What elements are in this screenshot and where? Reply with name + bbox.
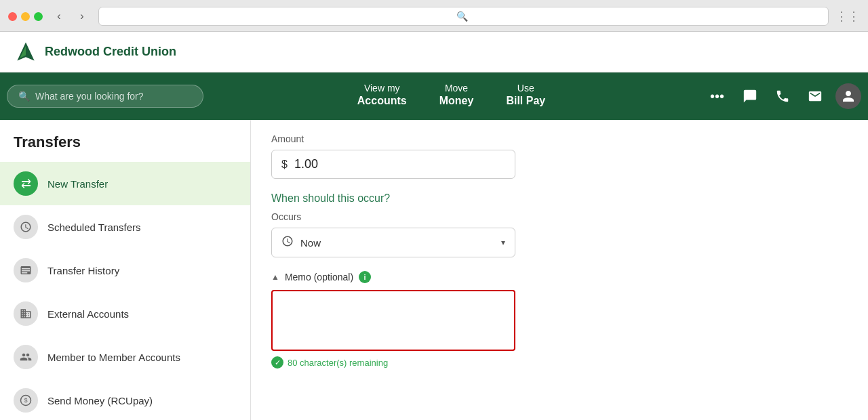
nav-item-move-money[interactable]: Move Money [423,74,490,119]
amount-input[interactable] [294,157,505,171]
sidebar-item-history-label: Transfer History [47,265,119,276]
phone-icon-button[interactable] [768,81,797,111]
logo-icon [14,40,38,64]
mail-icon-button[interactable] [800,81,830,111]
search-box[interactable]: 🔍 What are you looking for? [7,85,203,108]
browser-chrome: ‹ › 🔍 ⋮⋮ [0,0,868,32]
nav-items: View my Accounts Move Money Use Bill Pay [203,74,699,119]
traffic-lights [8,12,43,21]
memo-info-icon[interactable]: i [359,271,371,283]
user-avatar-button[interactable] [835,83,861,109]
close-button[interactable] [8,12,17,21]
check-circle-icon: ✓ [271,356,283,369]
user-icon [842,89,855,103]
new-transfer-icon: ⇄ [14,171,38,196]
search-icon: 🔍 [456,11,468,22]
browser-menu-icon[interactable]: ⋮⋮ [835,9,860,24]
mail-icon [808,89,823,104]
search-placeholder: What are you looking for? [35,91,144,102]
memo-header[interactable]: ▲ Memo (optional) i [271,271,848,283]
memo-collapse-icon: ▲ [271,272,279,282]
memo-textarea[interactable] [271,290,515,351]
chars-remaining-text: 80 character(s) remaining [288,358,388,368]
sidebar-title: Transfers [0,133,250,162]
amount-label: Amount [271,133,848,144]
memo-section: ▲ Memo (optional) i ✓ 80 character(s) re… [271,271,848,369]
chat-icon [743,89,757,104]
app-container: Redwood Credit Union 🔍 What are you look… [0,32,868,420]
nav-icons [735,81,861,111]
nav-item-use-bill-pay[interactable]: Use Bill Pay [490,74,561,119]
logo-text: Redwood Credit Union [45,45,176,59]
dollar-sign: $ [281,159,288,171]
svg-text:$: $ [24,397,27,404]
sidebar-item-new-transfer-label: New Transfer [47,178,108,190]
nav-item-view-accounts[interactable]: View my Accounts [341,74,423,119]
nav-item-main: Money [439,94,474,108]
sidebar-item-new-transfer[interactable]: ⇄ New Transfer [0,162,250,205]
chevron-down-icon: ▾ [501,238,505,247]
sidebar-item-scheduled-label: Scheduled Transfers [47,222,141,233]
sidebar-item-scheduled-transfers[interactable]: Scheduled Transfers [0,205,250,249]
sidebar: Transfers ⇄ New Transfer Scheduled Trans… [0,120,251,420]
occurs-select[interactable]: Now ▾ [271,228,515,257]
clock-icon [281,235,294,250]
search-icon: 🔍 [18,91,30,102]
top-bar: Redwood Credit Union [0,32,868,72]
sidebar-item-external-accounts[interactable]: External Accounts [0,292,250,335]
logo-area: Redwood Credit Union [14,40,176,64]
sidebar-item-member-label: Member to Member Accounts [47,352,180,363]
nav-item-main: Bill Pay [506,94,545,108]
nav-buttons: ‹ › [50,7,92,26]
sidebar-item-transfer-history[interactable]: Transfer History [0,249,250,292]
send-money-icon: $ [14,388,38,413]
nav-item-pre: View my [357,82,407,94]
occurs-label: Occurs [271,211,848,222]
content-area: Amount $ When should this occur? Occurs … [251,120,868,420]
address-bar[interactable]: 🔍 [98,7,829,26]
minimize-button[interactable] [21,12,30,21]
member-to-member-icon [14,345,38,369]
nav-item-pre: Move [439,82,474,94]
external-accounts-icon [14,301,38,326]
main-content: Transfers ⇄ New Transfer Scheduled Trans… [0,120,868,420]
sidebar-item-send-money-label: Send Money (RCUpay) [47,395,153,406]
more-button[interactable]: ••• [699,89,735,104]
occurs-value: Now [300,237,494,249]
forward-button[interactable]: › [73,7,92,26]
maximize-button[interactable] [34,12,43,21]
sidebar-item-send-money[interactable]: $ Send Money (RCUpay) [0,379,250,420]
amount-field: $ [271,150,515,179]
back-button[interactable]: ‹ [50,7,68,26]
sidebar-item-member-to-member[interactable]: Member to Member Accounts [0,335,250,379]
char-remaining: ✓ 80 character(s) remaining [271,356,848,369]
when-question: When should this occur? [271,192,848,205]
nav-item-pre: Use [506,82,545,94]
sidebar-item-external-label: External Accounts [47,308,129,320]
scheduled-transfers-icon [14,215,38,239]
transfer-history-icon [14,258,38,282]
chat-icon-button[interactable] [735,81,765,111]
nav-item-main: Accounts [357,94,407,108]
nav-bar: 🔍 What are you looking for? View my Acco… [0,72,868,120]
memo-label: Memo (optional) [285,272,353,282]
phone-icon [775,89,790,104]
